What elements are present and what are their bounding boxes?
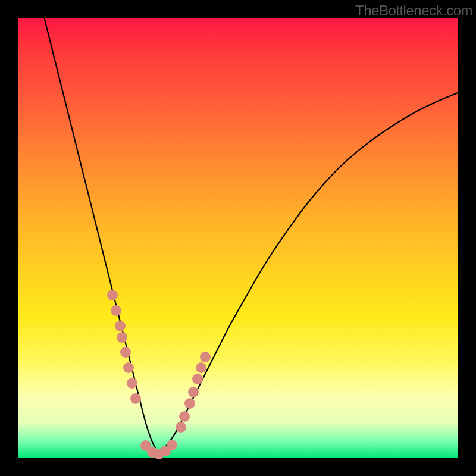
data-point xyxy=(200,352,211,362)
data-point xyxy=(188,387,199,397)
data-point xyxy=(179,411,190,422)
plot-area xyxy=(18,18,458,458)
left-curve xyxy=(44,18,158,454)
data-point xyxy=(120,347,131,358)
data-point xyxy=(111,305,121,316)
data-point xyxy=(196,362,206,373)
data-point xyxy=(127,378,137,389)
watermark-text: TheBottleneck.com xyxy=(355,2,472,19)
curve-layer xyxy=(18,18,458,458)
chart-container: TheBottleneck.com xyxy=(0,0,476,476)
data-point xyxy=(117,332,127,343)
right-curve xyxy=(159,93,458,454)
data-point xyxy=(130,393,141,404)
data-point xyxy=(115,321,126,331)
data-point xyxy=(167,440,177,450)
data-point xyxy=(123,362,134,373)
data-point xyxy=(192,374,203,384)
data-point xyxy=(107,290,118,300)
data-point xyxy=(176,422,186,433)
data-point xyxy=(184,398,195,409)
